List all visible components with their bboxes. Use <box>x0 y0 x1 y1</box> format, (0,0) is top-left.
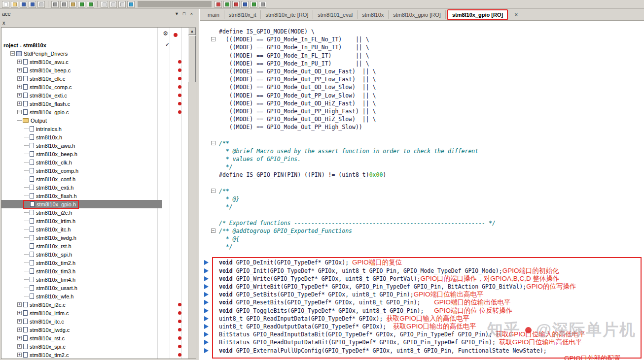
copy-icon[interactable] <box>60 1 68 8</box>
tree-item[interactable]: stm8l10x_comp.h <box>1 166 162 175</box>
bookmark-arrow-icon <box>204 316 209 321</box>
tree-item[interactable]: stm8l10x_i2c.h <box>1 208 162 217</box>
make-build-icon[interactable] <box>215 1 222 8</box>
tree-item[interactable]: +stm8l10x_irtim.c <box>1 309 162 317</box>
editor-tab[interactable]: stm8l10x_gpio [RO] <box>389 10 446 19</box>
tree-item[interactable]: stm8l10x_usart.h <box>1 284 162 292</box>
cut-icon[interactable] <box>51 1 59 8</box>
tree-item[interactable]: roject - stm8l10x✓ <box>1 41 162 49</box>
save-all-icon[interactable] <box>29 1 36 8</box>
tree-item[interactable]: stm8l10x_iwdg.h <box>1 233 162 242</box>
collapse-icon[interactable]: − <box>10 51 15 56</box>
tree-item[interactable]: stm8l10x_tim3.h <box>1 267 162 275</box>
tree-item[interactable]: stm8l10x_beep.h <box>1 150 162 158</box>
tree-item[interactable]: +stm8l10x_exti.c <box>1 91 162 99</box>
expand-icon[interactable]: + <box>17 101 22 106</box>
tree-item-label: Output <box>31 118 47 124</box>
scroll-up-icon[interactable]: ▲ <box>188 28 196 35</box>
expand-icon[interactable]: + <box>17 336 22 340</box>
find-icon[interactable] <box>101 1 108 8</box>
expand-icon[interactable]: + <box>17 302 22 307</box>
expand-icon[interactable]: + <box>17 93 22 98</box>
tree-item[interactable]: stm8l10x_tim4.h <box>1 275 162 284</box>
tree-item[interactable]: +stm8l10x_clk.c <box>1 74 162 83</box>
tree-item[interactable]: +stm8l10x_flash.c <box>1 99 162 108</box>
tree-item[interactable]: stm8l10x_rst.h <box>1 242 162 250</box>
expand-icon[interactable]: + <box>17 327 22 332</box>
editor-tab[interactable]: main <box>203 10 224 19</box>
tree-item[interactable]: +stm8l10x_tim2.c <box>1 351 162 359</box>
expand-icon[interactable]: + <box>17 311 22 315</box>
tree-item[interactable]: stm8l10x_conf.h <box>1 175 162 183</box>
tree-item[interactable]: +stm8l10x_rst.c <box>1 334 162 342</box>
pin-icon[interactable]: □ <box>180 11 188 16</box>
tree-item[interactable]: +stm8l10x_spi.c <box>1 342 162 351</box>
tree-scrollbar[interactable]: ▲ <box>188 28 196 359</box>
tree-item[interactable]: stm8l10x_exti.h <box>1 183 162 192</box>
file-icon <box>30 285 34 291</box>
compile-icon[interactable] <box>223 1 231 8</box>
gear-icon[interactable]: ⚙ <box>163 30 168 37</box>
tree-branch-line <box>24 221 29 221</box>
tab-close-icon[interactable]: × <box>514 11 518 18</box>
tree-item[interactable]: stm8l10x_flash.h <box>1 192 162 200</box>
expand-icon[interactable]: + <box>17 60 22 64</box>
new-document-icon[interactable] <box>2 1 9 8</box>
replace-icon[interactable] <box>109 1 117 8</box>
paste-icon[interactable] <box>69 1 76 8</box>
expand-icon[interactable]: + <box>17 76 22 81</box>
tree-item[interactable]: stm8l10x_tim2.h <box>1 259 162 267</box>
open-file-icon[interactable] <box>11 1 18 8</box>
settings-icon[interactable] <box>259 1 266 8</box>
editor-tab[interactable]: stm8l10x_itc [RO] <box>261 10 313 19</box>
tree-item[interactable]: stm8l10x_awu.h <box>1 141 162 150</box>
find-next-icon[interactable] <box>118 1 126 8</box>
tree-item[interactable]: −StdPeriph_Drivers <box>1 49 162 58</box>
tree-item[interactable]: stm8l10x_clk.h <box>1 158 162 166</box>
stop-build-icon[interactable] <box>232 1 240 8</box>
download-debug-icon[interactable] <box>241 1 249 8</box>
tree-branch-line <box>24 145 29 146</box>
tree-item[interactable]: +stm8l10x_comp.c <box>1 83 162 91</box>
tree-item[interactable]: +stm8l10x_i2c.c <box>1 300 162 309</box>
tree-item[interactable]: +stm8l10x_iwdg.c <box>1 326 162 334</box>
tree-item[interactable]: Output <box>1 116 162 125</box>
save-icon[interactable] <box>20 1 27 8</box>
expand-icon[interactable]: + <box>17 353 22 357</box>
print-icon[interactable] <box>37 1 45 8</box>
editor-tab-active[interactable]: stm8l10x_gpio [RO] <box>447 9 508 20</box>
debug-icon[interactable] <box>250 1 257 8</box>
tree-item[interactable]: stm8l10x_irtim.h <box>1 217 162 225</box>
tree-item[interactable]: stm8l10x_itc.h <box>1 225 162 233</box>
undo-icon[interactable] <box>78 1 85 8</box>
tree-item[interactable]: stm8l10x.h <box>1 133 162 141</box>
tree-item[interactable]: +stm8l10x_itc.c <box>1 317 162 326</box>
tree-item[interactable]: stm8l10x_gpio.h <box>1 200 162 208</box>
editor-tab[interactable]: stm8l10x_it <box>224 10 261 19</box>
fold-collapse-icon[interactable]: − <box>211 37 215 41</box>
modified-dot-icon <box>178 345 181 348</box>
fold-collapse-icon[interactable]: − <box>211 229 215 233</box>
expand-icon[interactable]: + <box>17 319 22 324</box>
fold-collapse-icon[interactable]: − <box>211 189 215 193</box>
tree-item[interactable]: +stm8l10x_awu.c <box>1 58 162 66</box>
tree-item[interactable]: stm8l10x_spi.h <box>1 250 162 259</box>
workspace-config-dropdown[interactable]: x <box>0 18 197 27</box>
tree-item[interactable]: stm8l10x_wfe.h <box>1 292 162 300</box>
tree-item[interactable]: intrinsics.h <box>1 125 162 133</box>
tree-item[interactable]: −stm8l10x_gpio.c <box>1 108 162 116</box>
editor-tab[interactable]: stm8l10x <box>358 10 389 19</box>
fold-collapse-icon[interactable]: − <box>211 141 215 145</box>
collapse-icon[interactable]: − <box>17 110 22 114</box>
expand-icon[interactable]: + <box>17 344 22 349</box>
close-icon[interactable]: × <box>188 11 195 16</box>
editor-tab[interactable]: stm8l101_eval <box>313 10 358 19</box>
scrollbar-thumb[interactable] <box>188 35 196 82</box>
chevron-down-icon[interactable]: ▼ <box>173 11 180 16</box>
tree-item[interactable]: +stm8l10x_beep.c <box>1 66 162 74</box>
code-editor[interactable]: #define IS_GPIO_MODE(MODE) \− (((MODE) =… <box>200 21 644 360</box>
redo-icon[interactable] <box>87 1 94 8</box>
expand-icon[interactable]: + <box>17 85 22 89</box>
expand-icon[interactable]: + <box>17 68 22 72</box>
bookmark-icon[interactable] <box>127 1 135 8</box>
